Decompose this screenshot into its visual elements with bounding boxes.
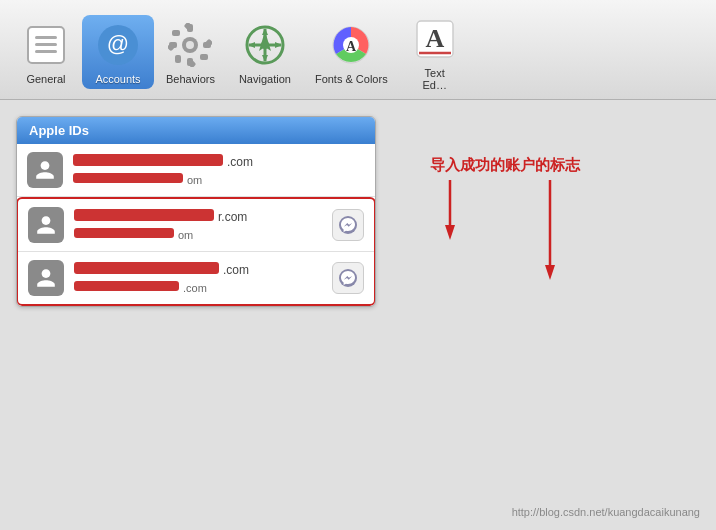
account-info-3: .com .com (74, 262, 322, 295)
svg-rect-15 (175, 55, 181, 63)
account-name-bar-3 (74, 262, 219, 274)
toolbar-item-accounts[interactable]: @ Accounts (82, 15, 154, 89)
account-email-suffix-3: .com (223, 263, 249, 277)
toolbar-item-behaviors[interactable]: Behaviors (154, 15, 227, 89)
svg-marker-39 (545, 265, 555, 280)
svg-rect-3 (35, 50, 57, 53)
svg-marker-37 (445, 225, 455, 240)
navigation-icon (241, 21, 289, 69)
account-email2-suffix-3: .com (183, 282, 207, 294)
toolbar-item-navigation[interactable]: Navigation (227, 15, 303, 89)
account-email-bar-2 (74, 228, 174, 238)
svg-rect-2 (35, 43, 57, 46)
avatar-2 (28, 207, 64, 243)
toolbar-label-text-editing: Text Ed… (412, 67, 458, 91)
messenger-badge-3[interactable] (332, 262, 364, 294)
account-info-2: r.com om (74, 209, 322, 242)
svg-point-7 (186, 41, 194, 49)
account-email-bar-3 (74, 281, 179, 291)
selected-accounts-box: r.com om (16, 197, 376, 306)
annotation-label: 导入成功的账户的标志 (430, 156, 581, 173)
general-icon (22, 21, 70, 69)
svg-marker-24 (262, 55, 268, 62)
svg-text:A: A (425, 24, 444, 53)
toolbar-item-text-editing[interactable]: A Text Ed… (400, 9, 470, 95)
svg-rect-1 (35, 36, 57, 39)
account-email2-suffix-2: om (178, 229, 193, 241)
apple-ids-panel: Apple IDs .com om (16, 116, 376, 307)
watermark: http://blog.csdn.net/kuangdacaikunang (512, 506, 700, 518)
toolbar-label-fonts-colors: Fonts & Colors (315, 73, 388, 85)
toolbar-item-fonts-colors[interactable]: A Fonts & Colors (303, 15, 400, 89)
toolbar-label-accounts: Accounts (95, 73, 140, 85)
avatar-1 (27, 152, 63, 188)
apple-ids-header: Apple IDs (17, 117, 375, 144)
toolbar-label-general: General (26, 73, 65, 85)
toolbar-label-behaviors: Behaviors (166, 73, 215, 85)
account-row-3[interactable]: .com .com (18, 252, 374, 304)
account-email2-suffix-1: om (187, 174, 202, 186)
svg-text:@: @ (107, 31, 129, 56)
text-editing-icon: A (411, 15, 459, 63)
account-info-1: .com om (73, 154, 365, 187)
main-content: Apple IDs .com om (0, 100, 716, 530)
svg-marker-26 (275, 42, 282, 48)
accounts-icon: @ (94, 21, 142, 69)
account-name-bar-2 (74, 209, 214, 221)
svg-rect-17 (172, 30, 180, 36)
svg-marker-23 (262, 28, 268, 35)
avatar-3 (28, 260, 64, 296)
account-email-suffix-2: r.com (218, 210, 247, 224)
toolbar-item-general[interactable]: General (10, 15, 82, 89)
svg-point-27 (261, 41, 269, 49)
account-email-suffix-1: .com (227, 155, 253, 169)
account-row-2[interactable]: r.com om (18, 199, 374, 252)
svg-text:A: A (346, 39, 357, 54)
toolbar-label-navigation: Navigation (239, 73, 291, 85)
account-row-1[interactable]: .com om (17, 144, 375, 197)
behaviors-icon (166, 21, 214, 69)
account-email-bar-1 (73, 173, 183, 183)
account-name-bar-1 (73, 154, 223, 166)
messenger-badge-2[interactable] (332, 209, 364, 241)
svg-rect-13 (200, 54, 208, 60)
fonts-colors-icon: A (327, 21, 375, 69)
svg-marker-25 (248, 42, 255, 48)
toolbar: General @ Accounts (0, 0, 716, 100)
annotation-svg: 导入成功的账户的标志 (350, 130, 710, 330)
